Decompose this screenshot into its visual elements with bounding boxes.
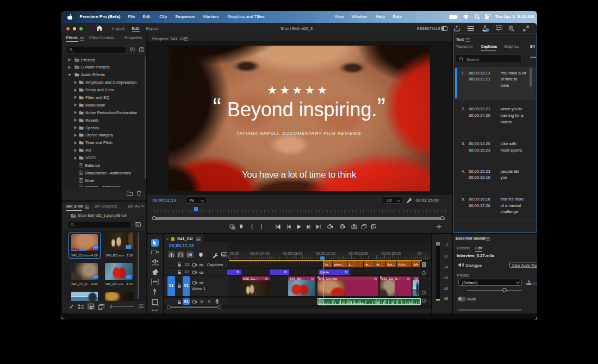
svg-text:32: 32 (140, 48, 144, 51)
